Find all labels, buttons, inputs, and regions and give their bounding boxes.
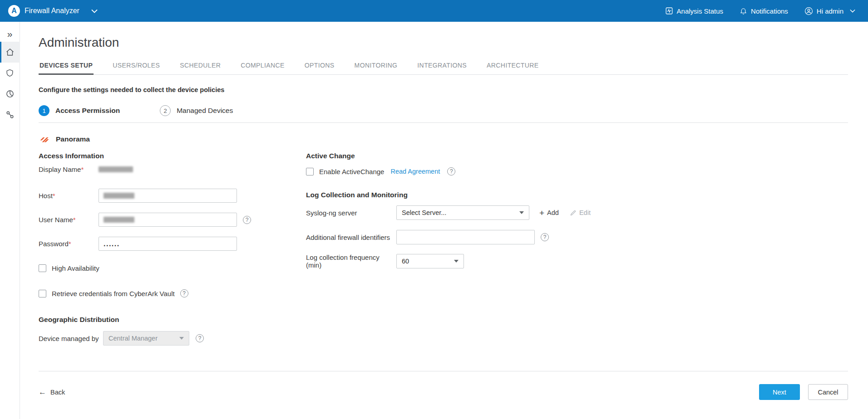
cyberark-label: Retrieve credentials from CyberArk Vault bbox=[52, 290, 175, 297]
syslog-server-value: Select Server... bbox=[402, 209, 446, 216]
network-nodes-icon bbox=[5, 110, 15, 119]
tab-architecture[interactable]: ARCHITECTURE bbox=[486, 59, 539, 74]
main-content: Administration DEVICES SETUP USERS/ROLES… bbox=[20, 22, 868, 419]
app-logo-icon: A bbox=[8, 5, 20, 17]
identifiers-help-icon[interactable]: ? bbox=[541, 233, 549, 241]
access-information-heading: Access Information bbox=[39, 152, 293, 160]
plus-icon: + bbox=[539, 209, 544, 217]
sidebar-item-home[interactable] bbox=[0, 42, 20, 63]
sidebar: » bbox=[0, 22, 20, 419]
page-subtitle: Configure the settings needed to collect… bbox=[39, 86, 848, 93]
high-availability-checkbox[interactable] bbox=[39, 264, 46, 272]
host-row: Host* bbox=[39, 189, 293, 203]
back-button[interactable]: ← Back bbox=[39, 388, 65, 396]
pencil-icon bbox=[570, 210, 577, 216]
syslog-server-dropdown[interactable]: Select Server... bbox=[396, 205, 529, 220]
page-title: Administration bbox=[39, 35, 848, 50]
frequency-row: Log collection frequency (min) 60 bbox=[306, 253, 624, 269]
expand-icon: » bbox=[7, 29, 13, 39]
sidebar-item-reports[interactable] bbox=[0, 83, 20, 104]
notifications-label: Notifications bbox=[751, 7, 788, 15]
host-input[interactable] bbox=[99, 189, 237, 203]
next-button[interactable]: Next bbox=[759, 384, 800, 400]
password-label: Password* bbox=[39, 240, 99, 248]
back-label: Back bbox=[50, 389, 65, 396]
username-input[interactable] bbox=[99, 213, 237, 227]
tab-integrations[interactable]: INTEGRATIONS bbox=[416, 59, 468, 74]
footer: ← Back Next Cancel bbox=[39, 384, 848, 400]
cancel-button[interactable]: Cancel bbox=[808, 384, 848, 400]
pie-chart-icon bbox=[5, 89, 15, 98]
topbar: A Firewall Analyzer Analysis Status Noti… bbox=[0, 0, 868, 22]
display-name-row: Display Name* bbox=[39, 166, 293, 173]
tab-bar: DEVICES SETUP USERS/ROLES SCHEDULER COMP… bbox=[39, 59, 848, 75]
back-arrow-icon: ← bbox=[39, 388, 46, 396]
tab-devices-setup[interactable]: DEVICES SETUP bbox=[39, 59, 94, 74]
sidebar-item-security[interactable] bbox=[0, 63, 20, 83]
cyberark-help-icon[interactable]: ? bbox=[180, 289, 188, 297]
device-managed-by-help-icon[interactable]: ? bbox=[196, 334, 204, 342]
user-greeting: Hi admin bbox=[817, 7, 843, 15]
add-syslog-button[interactable]: + Add bbox=[539, 209, 559, 217]
tab-monitoring[interactable]: MONITORING bbox=[354, 59, 399, 74]
notifications-button[interactable]: Notifications bbox=[740, 7, 788, 15]
identifiers-row: Additional firewall identifiers ? bbox=[306, 230, 624, 244]
sidebar-item-topology[interactable] bbox=[0, 104, 20, 125]
frequency-dropdown[interactable]: 60 bbox=[396, 254, 464, 268]
device-managed-by-dropdown: Central Manager bbox=[103, 331, 189, 346]
display-name-label: Display Name* bbox=[39, 166, 99, 173]
username-label: User Name* bbox=[39, 216, 99, 224]
chevron-down-icon bbox=[519, 211, 524, 214]
panorama-logo-icon bbox=[39, 134, 50, 145]
user-chevron-down-icon bbox=[850, 9, 855, 13]
syslog-row: Syslog-ng server Select Server... + Add … bbox=[306, 205, 624, 220]
host-label: Host* bbox=[39, 192, 99, 200]
enable-activechange-label: Enable ActiveChange bbox=[319, 168, 384, 175]
read-agreement-link[interactable]: Read Agreement bbox=[390, 168, 440, 175]
activechange-help-icon[interactable]: ? bbox=[447, 167, 455, 175]
add-label: Add bbox=[547, 209, 559, 216]
brand-chevron-down-icon[interactable] bbox=[91, 9, 98, 13]
footer-divider bbox=[39, 371, 848, 371]
log-collection-heading: Log Collection and Monitoring bbox=[306, 191, 624, 199]
chevron-down-icon bbox=[179, 337, 184, 340]
enable-activechange-checkbox[interactable] bbox=[306, 168, 314, 175]
device-managed-by-label: Device managed by bbox=[39, 335, 103, 342]
username-help-icon[interactable]: ? bbox=[243, 216, 251, 224]
high-availability-row: High Availability bbox=[39, 264, 293, 272]
right-column: Active Change Enable ActiveChange Read A… bbox=[306, 152, 624, 269]
step-access-permission[interactable]: 1 Access Permission bbox=[39, 105, 120, 116]
step-1-circle: 1 bbox=[39, 105, 49, 116]
identifiers-input[interactable] bbox=[396, 230, 535, 244]
sidebar-expand-button[interactable]: » bbox=[0, 25, 20, 42]
cyberark-checkbox[interactable] bbox=[39, 290, 46, 297]
required-marker: * bbox=[73, 216, 76, 224]
user-icon bbox=[804, 7, 813, 15]
tab-users-roles[interactable]: USERS/ROLES bbox=[112, 59, 161, 74]
step-managed-devices[interactable]: 2 Managed Devices bbox=[160, 105, 233, 116]
analysis-status-label: Analysis Status bbox=[677, 7, 724, 15]
user-menu[interactable]: Hi admin bbox=[804, 7, 855, 15]
access-information-section: Access Information Display Name* Host* U… bbox=[39, 152, 293, 346]
tab-scheduler[interactable]: SCHEDULER bbox=[179, 59, 222, 74]
tab-options[interactable]: OPTIONS bbox=[304, 59, 335, 74]
required-marker: * bbox=[53, 192, 55, 200]
password-row: Password* ...... bbox=[39, 237, 293, 251]
enable-activechange-row: Enable ActiveChange Read Agreement ? bbox=[306, 167, 624, 175]
analysis-status-button[interactable]: Analysis Status bbox=[665, 7, 724, 15]
step-1-label: Access Permission bbox=[55, 107, 120, 115]
bell-icon bbox=[740, 7, 747, 15]
step-indicator: 1 Access Permission 2 Managed Devices bbox=[39, 105, 848, 116]
chevron-down-icon bbox=[454, 260, 459, 263]
device-form: Access Information Display Name* Host* U… bbox=[39, 152, 848, 346]
step-2-label: Managed Devices bbox=[177, 107, 233, 115]
step-2-circle: 2 bbox=[160, 105, 171, 116]
host-value-redacted bbox=[104, 193, 134, 199]
required-marker: * bbox=[81, 166, 84, 173]
tab-compliance[interactable]: COMPLIANCE bbox=[240, 59, 286, 74]
device-name: Panorama bbox=[56, 135, 90, 143]
username-value-redacted bbox=[104, 217, 134, 223]
password-input[interactable]: ...... bbox=[99, 237, 237, 251]
username-row: User Name* ? bbox=[39, 213, 293, 227]
frequency-value: 60 bbox=[402, 258, 409, 265]
